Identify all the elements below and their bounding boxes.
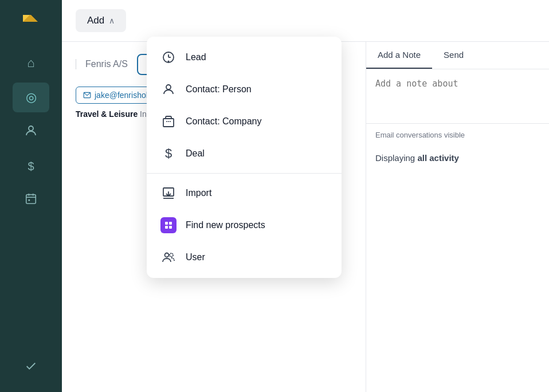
sidebar-item-deals[interactable]: $ — [13, 151, 49, 181]
svg-rect-22 — [169, 222, 172, 225]
import-icon — [160, 185, 177, 201]
sidebar-item-leads[interactable]: ◎ — [13, 83, 49, 112]
chevron-up-icon: ∧ — [109, 16, 115, 25]
dropdown-item-user[interactable]: User — [147, 241, 342, 273]
add-button[interactable]: Add ∧ — [76, 9, 126, 32]
main-content: Add ∧ Lead — [62, 0, 549, 392]
user-label: User — [186, 252, 205, 262]
home-icon: ⌂ — [27, 56, 34, 70]
activity-label: all activity — [417, 153, 459, 163]
deal-icon: $ — [160, 146, 177, 162]
email-icon — [83, 91, 91, 99]
note-textarea[interactable] — [366, 69, 549, 121]
dropdown-item-deal[interactable]: $ Deal — [147, 138, 342, 170]
leads-icon: ◎ — [26, 90, 37, 105]
dropdown-item-find-prospects[interactable]: Find new prospects — [147, 209, 342, 241]
svg-rect-23 — [165, 226, 168, 229]
svg-rect-4 — [26, 195, 36, 204]
svg-rect-14 — [163, 119, 174, 127]
svg-rect-8 — [28, 199, 30, 201]
svg-point-26 — [170, 253, 173, 257]
lead-icon — [160, 49, 177, 65]
svg-rect-21 — [165, 222, 168, 225]
sidebar-item-contacts[interactable] — [13, 117, 49, 147]
sidebar: ⌂ ◎ $ — [0, 0, 62, 392]
sidebar-item-calendar[interactable] — [13, 186, 49, 215]
add-dropdown: Lead Contact: Person — [147, 37, 342, 278]
tab-send[interactable]: Send — [432, 42, 475, 69]
sidebar-item-home[interactable]: ⌂ — [13, 48, 49, 78]
add-label: Add — [87, 15, 104, 26]
contact-person-label: Contact: Person — [186, 84, 252, 95]
svg-point-12 — [168, 61, 170, 62]
industry-name: Travel & Leisure — [76, 109, 138, 119]
app-logo — [17, 9, 45, 37]
svg-rect-24 — [169, 226, 172, 229]
calendar-icon — [25, 193, 37, 209]
note-tabs: Add a Note Send — [366, 42, 549, 69]
dropdown-item-contact-person[interactable]: Contact: Person — [147, 73, 342, 105]
topbar: Add ∧ — [62, 0, 549, 42]
displaying-label: Displaying — [375, 153, 415, 163]
deals-icon: $ — [28, 160, 34, 173]
contacts-icon — [24, 124, 38, 140]
contact-person-icon — [160, 81, 177, 97]
svg-point-25 — [165, 253, 169, 257]
email-visible-note: Email conversations visible — [366, 123, 549, 146]
tab-add-note[interactable]: Add a Note — [366, 42, 432, 69]
svg-point-3 — [29, 126, 33, 131]
right-panel: Add a Note Send Email conversations visi… — [366, 42, 549, 392]
user-icon — [160, 249, 177, 265]
deal-label: Deal — [186, 148, 205, 159]
find-prospects-icon — [160, 217, 177, 233]
contact-company-icon — [160, 113, 177, 130]
company-name: Fenris A/S — [76, 59, 128, 69]
sidebar-item-check[interactable] — [13, 353, 49, 383]
lead-label: Lead — [186, 52, 206, 62]
contact-company-label: Contact: Company — [186, 116, 262, 127]
svg-point-13 — [166, 85, 171, 89]
check-icon — [25, 360, 37, 376]
import-label: Import — [186, 188, 211, 198]
dropdown-item-contact-company[interactable]: Contact: Company — [147, 105, 342, 138]
find-prospects-label: Find new prospects — [186, 220, 265, 230]
displaying-row: Displaying all activity — [366, 146, 549, 170]
dropdown-item-lead[interactable]: Lead — [147, 41, 342, 73]
dropdown-item-import[interactable]: Import — [147, 177, 342, 209]
dropdown-divider-1 — [147, 173, 342, 174]
